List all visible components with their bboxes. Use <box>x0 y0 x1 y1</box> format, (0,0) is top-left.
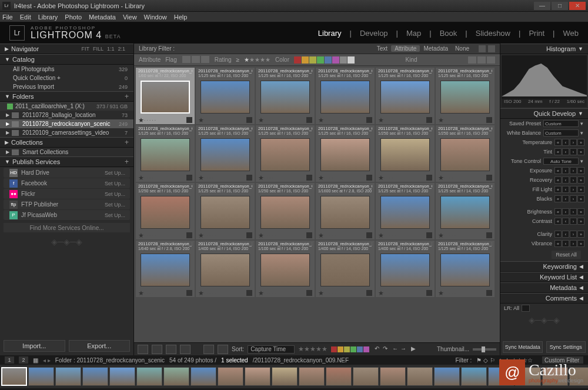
add-publish-icon[interactable]: + <box>125 158 129 166</box>
module-slideshow[interactable]: Slideshow <box>476 29 510 38</box>
folder-item[interactable]: ▶20120109_camerasettings_video7 <box>0 128 133 137</box>
rating-comparator[interactable]: ≥ <box>236 56 240 63</box>
qd-inc-button[interactable]: › <box>570 167 577 174</box>
cell-star-icon[interactable]: ★ <box>258 174 264 182</box>
setup-link[interactable]: Set Up... <box>105 170 125 176</box>
filter-tab-metadata[interactable]: Metadata <box>420 45 452 52</box>
qd-inc-button[interactable]: › <box>570 176 577 184</box>
publish-service[interactable]: HDHard DriveSet Up... <box>4 168 130 178</box>
thumbnail-cell[interactable]: 20110728_redrockcanyon_019...1/125 sec a… <box>316 68 375 124</box>
kind-video-icon[interactable] <box>487 56 495 64</box>
menu-photo[interactable]: Photo <box>65 14 82 21</box>
panel-comments[interactable]: Comments◀ <box>500 293 588 304</box>
qd-inc2-button[interactable]: » <box>577 231 584 238</box>
filmstrip-thumb[interactable] <box>299 367 325 386</box>
filmstrip-thumb[interactable] <box>218 367 243 386</box>
color-filter-swatch[interactable] <box>294 56 301 64</box>
histogram-header[interactable]: Histogram▼ <box>500 44 588 54</box>
menu-view[interactable]: View <box>123 14 137 21</box>
catalog-header[interactable]: ▼Catalog <box>0 54 133 65</box>
cell-star-icon[interactable]: ★ <box>438 174 444 182</box>
add-collection-icon[interactable]: + <box>125 138 129 146</box>
color-filter-swatch[interactable] <box>309 56 316 64</box>
module-library[interactable]: Library <box>318 29 342 38</box>
add-folder-icon[interactable]: + <box>125 92 129 101</box>
qd-dec2-button[interactable]: « <box>554 148 562 155</box>
qd-inc2-button[interactable]: » <box>577 218 584 225</box>
cell-star-icon[interactable]: ★ <box>378 116 384 124</box>
sort-direction-icon[interactable] <box>218 345 228 354</box>
qd-dec2-button[interactable]: « <box>554 186 562 193</box>
view-grid-icon[interactable] <box>138 345 148 354</box>
wb-select[interactable]: Custom <box>543 129 579 136</box>
module-web[interactable]: Web <box>563 29 579 38</box>
publish-service[interactable]: ftpFTP PublisherSet Up... <box>4 199 130 209</box>
thumbnail-cell[interactable]: 20110728_redrockcanyon_118...1/400 sec a… <box>376 241 435 297</box>
thumbnail-cell[interactable]: 20110728_redrockcanyon_067...1/250 sec a… <box>376 125 435 182</box>
folder-item[interactable]: ▶20110728_ballagio_location73 <box>0 111 133 119</box>
publish-header[interactable]: ▼Publish Services+ <box>0 156 133 167</box>
collections-header[interactable]: ▶Collections+ <box>0 137 133 148</box>
publish-service[interactable]: PJf PicasaWebSet Up... <box>4 210 130 220</box>
cell-star-icon[interactable]: ★ <box>258 289 264 297</box>
color-filter-swatch[interactable] <box>332 56 339 64</box>
qd-dec2-button[interactable]: « <box>554 208 562 215</box>
qd-dec-button[interactable]: ‹ <box>562 208 569 215</box>
filmstrip-thumb[interactable] <box>272 367 298 386</box>
color-label-swatch[interactable] <box>331 346 337 352</box>
monitor-1-button[interactable]: 1 <box>5 356 14 364</box>
thumbnail-cell[interactable]: 20110728_redrockcanyon_091...1/250 sec a… <box>256 183 315 239</box>
find-more-services[interactable]: Find More Services Online... <box>4 223 130 232</box>
module-map[interactable]: Map <box>406 29 421 38</box>
cell-star-icon[interactable]: ★ <box>318 289 324 297</box>
catalog-item[interactable]: Previous Import249 <box>0 82 133 91</box>
close-button[interactable]: ✕ <box>569 2 586 10</box>
filter-preset-icon[interactable] <box>488 45 495 52</box>
qd-dec2-button[interactable]: « <box>554 176 562 184</box>
cell-star-icon[interactable]: ★ <box>438 232 444 239</box>
qd-inc-button[interactable]: › <box>570 148 577 155</box>
smart-collections[interactable]: ▶Smart Collections <box>0 148 133 156</box>
navigator-header[interactable]: ▶Navigator FITFILL1:12:1 <box>0 44 133 54</box>
filmstrip-thumb[interactable] <box>28 367 54 386</box>
thumbnail-cell[interactable]: 20110728_redrockcanyon_103...1/640 sec a… <box>136 241 195 297</box>
qd-inc-button[interactable]: › <box>570 208 577 215</box>
cell-star-icon[interactable]: ★ <box>378 232 384 239</box>
filmstrip-thumb[interactable] <box>136 367 162 386</box>
qd-inc2-button[interactable]: » <box>577 240 584 247</box>
thumbnail-cell[interactable]: 20110728_redrockcanyon_121...1/125 sec a… <box>436 241 495 297</box>
filmstrip-thumb[interactable] <box>1 367 27 386</box>
folders-header[interactable]: ▼Folders+ <box>0 91 133 102</box>
qd-dec-button[interactable]: ‹ <box>562 186 569 193</box>
filmstrip-thumb[interactable] <box>461 367 487 386</box>
auto-tone-button[interactable]: Auto Tone <box>543 158 579 165</box>
toolbar-rating[interactable]: ★★★★★ <box>298 345 328 353</box>
preset-select[interactable]: Custom <box>543 120 579 127</box>
nav-opt-2:1[interactable]: 2:1 <box>118 46 125 52</box>
qd-inc2-button[interactable]: » <box>577 208 584 215</box>
menu-window[interactable]: Window <box>144 14 167 21</box>
panel-keyword-list[interactable]: Keyword List◀ <box>500 272 588 282</box>
cell-star-icon[interactable]: ★ <box>258 232 264 239</box>
flag-reject-icon[interactable] <box>201 56 209 63</box>
filmstrip-thumb[interactable] <box>353 367 379 386</box>
thumbnail-cell[interactable]: 20110728_redrockcanyon_099...1/125 sec a… <box>436 183 495 239</box>
view-compare-icon[interactable] <box>166 345 176 354</box>
qd-dec-button[interactable]: ‹ <box>562 195 569 202</box>
export-button[interactable]: Export... <box>69 340 131 352</box>
menu-file[interactable]: File <box>2 14 13 21</box>
thumbnail-cell[interactable]: 20110728_redrockcanyon_085...1/125 sec a… <box>196 183 255 239</box>
color-filter-swatch[interactable] <box>348 56 355 64</box>
thumbnail-cell[interactable]: 20110728_redrockcanyon_022...1/125 sec a… <box>376 68 435 124</box>
thumbnail-cell[interactable]: 20110728_redrockcanyon_058...1/125 sec a… <box>256 125 315 182</box>
qd-inc2-button[interactable]: » <box>577 148 584 155</box>
qd-inc2-button[interactable]: » <box>577 176 584 184</box>
view-survey-icon[interactable] <box>180 345 191 354</box>
filmstrip-thumb[interactable] <box>55 367 81 386</box>
setup-link[interactable]: Set Up... <box>105 191 125 197</box>
cell-star-icon[interactable]: ★ <box>198 289 204 297</box>
catalog-item[interactable]: All Photographs329 <box>0 65 133 74</box>
filmstrip-thumb[interactable] <box>380 367 406 386</box>
cell-star-icon[interactable]: ★ <box>138 232 144 239</box>
nav-opt-fill[interactable]: FILL <box>93 46 103 52</box>
